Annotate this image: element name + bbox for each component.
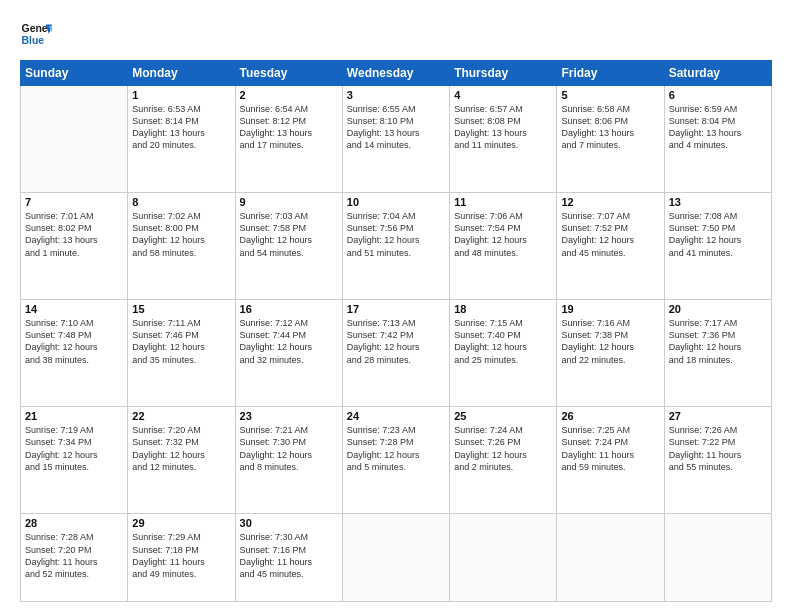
day-info: Sunrise: 7:01 AM Sunset: 8:02 PM Dayligh… — [25, 210, 123, 259]
calendar-cell: 14Sunrise: 7:10 AM Sunset: 7:48 PM Dayli… — [21, 300, 128, 407]
day-info: Sunrise: 7:19 AM Sunset: 7:34 PM Dayligh… — [25, 424, 123, 473]
logo-icon: General Blue — [20, 18, 52, 50]
calendar-cell: 16Sunrise: 7:12 AM Sunset: 7:44 PM Dayli… — [235, 300, 342, 407]
day-number: 9 — [240, 196, 338, 208]
calendar-cell: 26Sunrise: 7:25 AM Sunset: 7:24 PM Dayli… — [557, 407, 664, 514]
day-number: 16 — [240, 303, 338, 315]
day-number: 28 — [25, 517, 123, 529]
calendar-cell: 7Sunrise: 7:01 AM Sunset: 8:02 PM Daylig… — [21, 193, 128, 300]
day-info: Sunrise: 7:16 AM Sunset: 7:38 PM Dayligh… — [561, 317, 659, 366]
day-info: Sunrise: 7:12 AM Sunset: 7:44 PM Dayligh… — [240, 317, 338, 366]
day-info: Sunrise: 7:26 AM Sunset: 7:22 PM Dayligh… — [669, 424, 767, 473]
day-info: Sunrise: 7:02 AM Sunset: 8:00 PM Dayligh… — [132, 210, 230, 259]
day-info: Sunrise: 7:28 AM Sunset: 7:20 PM Dayligh… — [25, 531, 123, 580]
day-number: 13 — [669, 196, 767, 208]
calendar-table: SundayMondayTuesdayWednesdayThursdayFrid… — [20, 60, 772, 602]
header: General Blue — [20, 18, 772, 50]
calendar-cell: 6Sunrise: 6:59 AM Sunset: 8:04 PM Daylig… — [664, 86, 771, 193]
calendar-week-3: 14Sunrise: 7:10 AM Sunset: 7:48 PM Dayli… — [21, 300, 772, 407]
calendar-week-4: 21Sunrise: 7:19 AM Sunset: 7:34 PM Dayli… — [21, 407, 772, 514]
calendar-cell: 12Sunrise: 7:07 AM Sunset: 7:52 PM Dayli… — [557, 193, 664, 300]
day-info: Sunrise: 6:58 AM Sunset: 8:06 PM Dayligh… — [561, 103, 659, 152]
day-info: Sunrise: 7:30 AM Sunset: 7:16 PM Dayligh… — [240, 531, 338, 580]
weekday-header-sunday: Sunday — [21, 61, 128, 86]
day-info: Sunrise: 7:03 AM Sunset: 7:58 PM Dayligh… — [240, 210, 338, 259]
day-number: 30 — [240, 517, 338, 529]
weekday-header-wednesday: Wednesday — [342, 61, 449, 86]
day-info: Sunrise: 7:07 AM Sunset: 7:52 PM Dayligh… — [561, 210, 659, 259]
day-number: 26 — [561, 410, 659, 422]
day-info: Sunrise: 6:55 AM Sunset: 8:10 PM Dayligh… — [347, 103, 445, 152]
calendar-cell: 2Sunrise: 6:54 AM Sunset: 8:12 PM Daylig… — [235, 86, 342, 193]
day-info: Sunrise: 7:08 AM Sunset: 7:50 PM Dayligh… — [669, 210, 767, 259]
calendar-week-1: 1Sunrise: 6:53 AM Sunset: 8:14 PM Daylig… — [21, 86, 772, 193]
weekday-header-thursday: Thursday — [450, 61, 557, 86]
calendar-header-row: SundayMondayTuesdayWednesdayThursdayFrid… — [21, 61, 772, 86]
day-number: 19 — [561, 303, 659, 315]
calendar-cell — [450, 514, 557, 602]
calendar-cell: 29Sunrise: 7:29 AM Sunset: 7:18 PM Dayli… — [128, 514, 235, 602]
calendar-cell: 28Sunrise: 7:28 AM Sunset: 7:20 PM Dayli… — [21, 514, 128, 602]
day-number: 2 — [240, 89, 338, 101]
weekday-header-friday: Friday — [557, 61, 664, 86]
calendar-cell: 13Sunrise: 7:08 AM Sunset: 7:50 PM Dayli… — [664, 193, 771, 300]
calendar-cell: 5Sunrise: 6:58 AM Sunset: 8:06 PM Daylig… — [557, 86, 664, 193]
day-number: 18 — [454, 303, 552, 315]
day-number: 17 — [347, 303, 445, 315]
day-number: 23 — [240, 410, 338, 422]
calendar-cell: 24Sunrise: 7:23 AM Sunset: 7:28 PM Dayli… — [342, 407, 449, 514]
day-number: 8 — [132, 196, 230, 208]
day-number: 4 — [454, 89, 552, 101]
calendar-cell — [21, 86, 128, 193]
calendar-cell: 23Sunrise: 7:21 AM Sunset: 7:30 PM Dayli… — [235, 407, 342, 514]
weekday-header-tuesday: Tuesday — [235, 61, 342, 86]
day-info: Sunrise: 7:23 AM Sunset: 7:28 PM Dayligh… — [347, 424, 445, 473]
day-number: 24 — [347, 410, 445, 422]
calendar-cell: 22Sunrise: 7:20 AM Sunset: 7:32 PM Dayli… — [128, 407, 235, 514]
logo: General Blue — [20, 18, 56, 50]
calendar-cell: 9Sunrise: 7:03 AM Sunset: 7:58 PM Daylig… — [235, 193, 342, 300]
calendar-cell: 18Sunrise: 7:15 AM Sunset: 7:40 PM Dayli… — [450, 300, 557, 407]
page: General Blue SundayMondayTuesdayWednesda… — [0, 0, 792, 612]
calendar-cell: 21Sunrise: 7:19 AM Sunset: 7:34 PM Dayli… — [21, 407, 128, 514]
day-number: 10 — [347, 196, 445, 208]
calendar-cell — [557, 514, 664, 602]
calendar-cell: 27Sunrise: 7:26 AM Sunset: 7:22 PM Dayli… — [664, 407, 771, 514]
day-number: 7 — [25, 196, 123, 208]
day-info: Sunrise: 7:25 AM Sunset: 7:24 PM Dayligh… — [561, 424, 659, 473]
day-number: 21 — [25, 410, 123, 422]
day-number: 1 — [132, 89, 230, 101]
calendar-week-5: 28Sunrise: 7:28 AM Sunset: 7:20 PM Dayli… — [21, 514, 772, 602]
day-number: 27 — [669, 410, 767, 422]
calendar-cell: 17Sunrise: 7:13 AM Sunset: 7:42 PM Dayli… — [342, 300, 449, 407]
day-info: Sunrise: 7:06 AM Sunset: 7:54 PM Dayligh… — [454, 210, 552, 259]
calendar-cell: 1Sunrise: 6:53 AM Sunset: 8:14 PM Daylig… — [128, 86, 235, 193]
day-number: 11 — [454, 196, 552, 208]
calendar-cell: 8Sunrise: 7:02 AM Sunset: 8:00 PM Daylig… — [128, 193, 235, 300]
day-number: 15 — [132, 303, 230, 315]
day-number: 20 — [669, 303, 767, 315]
calendar-cell: 25Sunrise: 7:24 AM Sunset: 7:26 PM Dayli… — [450, 407, 557, 514]
calendar-cell — [342, 514, 449, 602]
svg-text:Blue: Blue — [22, 35, 45, 46]
day-info: Sunrise: 7:10 AM Sunset: 7:48 PM Dayligh… — [25, 317, 123, 366]
day-info: Sunrise: 7:13 AM Sunset: 7:42 PM Dayligh… — [347, 317, 445, 366]
calendar-cell: 4Sunrise: 6:57 AM Sunset: 8:08 PM Daylig… — [450, 86, 557, 193]
calendar-cell: 10Sunrise: 7:04 AM Sunset: 7:56 PM Dayli… — [342, 193, 449, 300]
calendar-cell: 3Sunrise: 6:55 AM Sunset: 8:10 PM Daylig… — [342, 86, 449, 193]
day-number: 12 — [561, 196, 659, 208]
day-info: Sunrise: 6:54 AM Sunset: 8:12 PM Dayligh… — [240, 103, 338, 152]
day-info: Sunrise: 7:21 AM Sunset: 7:30 PM Dayligh… — [240, 424, 338, 473]
weekday-header-saturday: Saturday — [664, 61, 771, 86]
day-number: 5 — [561, 89, 659, 101]
day-number: 14 — [25, 303, 123, 315]
calendar-cell: 19Sunrise: 7:16 AM Sunset: 7:38 PM Dayli… — [557, 300, 664, 407]
day-info: Sunrise: 7:29 AM Sunset: 7:18 PM Dayligh… — [132, 531, 230, 580]
day-info: Sunrise: 7:11 AM Sunset: 7:46 PM Dayligh… — [132, 317, 230, 366]
calendar-cell — [664, 514, 771, 602]
calendar-cell: 30Sunrise: 7:30 AM Sunset: 7:16 PM Dayli… — [235, 514, 342, 602]
day-info: Sunrise: 7:20 AM Sunset: 7:32 PM Dayligh… — [132, 424, 230, 473]
day-info: Sunrise: 7:15 AM Sunset: 7:40 PM Dayligh… — [454, 317, 552, 366]
calendar-cell: 20Sunrise: 7:17 AM Sunset: 7:36 PM Dayli… — [664, 300, 771, 407]
day-info: Sunrise: 6:59 AM Sunset: 8:04 PM Dayligh… — [669, 103, 767, 152]
